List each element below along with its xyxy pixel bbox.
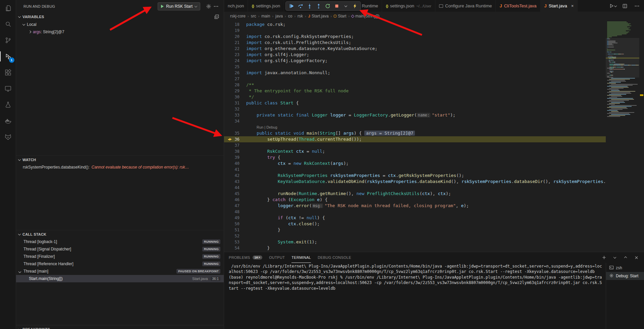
breadcrumb-item-start-java[interactable]: JStart.java xyxy=(308,14,329,18)
hot-code-replace-icon[interactable] xyxy=(351,2,359,10)
line-number[interactable]: 48 xyxy=(224,209,246,215)
overview-ruler[interactable] xyxy=(639,20,644,252)
line-number[interactable]: 43 xyxy=(224,179,246,185)
thread-row-thread-finalizer[interactable]: Thread [Finalizer]RUNNING xyxy=(16,253,224,260)
new-terminal-icon[interactable] xyxy=(601,254,607,261)
variable-args[interactable]: args: String[2]@7 xyxy=(16,28,224,36)
docker-icon[interactable] xyxy=(0,113,16,129)
line-number[interactable]: 51 xyxy=(224,227,246,233)
line-number[interactable]: 23 xyxy=(224,52,246,58)
variables-scope-local[interactable]: Local xyxy=(16,21,224,28)
tab-nch-json[interactable]: nch.json xyxy=(224,0,248,12)
panel-tab-problems[interactable]: PROBLEMS1K+ xyxy=(229,252,262,263)
explorer-icon[interactable] xyxy=(0,0,16,16)
line-number[interactable]: 53 xyxy=(224,239,246,245)
line-number[interactable]: 30 xyxy=(224,94,246,100)
line-number[interactable]: 31 xyxy=(224,100,246,106)
continue-icon[interactable] xyxy=(287,2,296,10)
step-over-icon[interactable] xyxy=(297,2,305,10)
restart-icon[interactable] xyxy=(324,2,332,10)
terminal-item-zsh[interactable]: zsh xyxy=(606,264,644,272)
line-number[interactable]: 39 xyxy=(224,154,246,160)
tab-configure-java-runtime[interactable]: Configure Java Runtime xyxy=(435,0,496,12)
call-stack-header[interactable]: CALL STACK xyxy=(16,230,224,238)
thread-row-thread-logback-1[interactable]: Thread [logback-1]RUNNING xyxy=(16,238,224,245)
line-number[interactable]: 42 xyxy=(224,173,246,179)
tab-settings-json[interactable]: {}settings.json xyxy=(248,0,284,12)
thread-row-thread-signal-dispatcher[interactable]: Thread [Signal Dispatcher]RUNNING xyxy=(16,245,224,253)
testing-icon[interactable] xyxy=(0,97,16,113)
line-number[interactable]: 45 xyxy=(224,191,246,197)
tab-start-java[interactable]: JStart.java× xyxy=(541,0,578,12)
panel-tab-terminal[interactable]: TERMINAL xyxy=(291,252,311,263)
codelens-run-debug[interactable]: Run | Debug xyxy=(246,125,277,129)
step-out-icon[interactable] xyxy=(315,2,323,10)
extensions-icon[interactable] xyxy=(0,64,16,81)
minimap[interactable] xyxy=(606,20,639,252)
breadcrumb-item-src[interactable]: src xyxy=(251,14,256,18)
close-icon[interactable]: × xyxy=(571,4,574,8)
line-number[interactable]: 25 xyxy=(224,64,246,70)
line-number[interactable]: 26 xyxy=(224,70,246,76)
line-number[interactable]: 40 xyxy=(224,160,246,167)
fox-extension-icon[interactable] xyxy=(0,129,16,145)
line-number[interactable]: 19 xyxy=(224,28,246,34)
line-number[interactable]: 54 xyxy=(224,245,246,251)
more-actions-icon[interactable] xyxy=(633,2,641,10)
editor-pane[interactable]: 18package co.rsk;1920import co.rsk.confi… xyxy=(224,20,644,252)
line-number[interactable]: 27 xyxy=(224,76,246,82)
terminal-output[interactable]: /usr/bin/env /Library/Internet\ Plug-Ins… xyxy=(224,263,606,329)
breadcrumb-item-co[interactable]: co xyxy=(288,14,292,18)
terminal-item-debug-start[interactable]: Debug: Start xyxy=(606,272,644,280)
tab-settings-json[interactable]: {}settings.json~/.../User xyxy=(382,0,435,12)
collapse-all-icon[interactable] xyxy=(213,13,220,20)
line-number[interactable]: 22 xyxy=(224,46,246,52)
toolbar-dropdown-chevron-icon[interactable] xyxy=(342,2,350,10)
line-number[interactable]: 34 xyxy=(224,118,246,124)
breadcrumb-item-start[interactable]: Start xyxy=(334,14,346,18)
start-debug-icon[interactable] xyxy=(161,5,164,8)
line-number[interactable]: 36 xyxy=(224,136,246,142)
breakpoints-header[interactable]: BREAKPOINTS xyxy=(16,325,224,329)
source-control-icon[interactable] xyxy=(0,32,16,48)
debug-settings-gear-icon[interactable] xyxy=(205,3,212,10)
more-actions-icon[interactable] xyxy=(212,3,220,10)
line-number[interactable]: 28 xyxy=(224,82,246,88)
thread-row-thread-reference-handler[interactable]: Thread [Reference Handler]RUNNING xyxy=(16,260,224,268)
line-number[interactable] xyxy=(224,124,246,130)
breadcrumb-item-rsk[interactable]: rsk xyxy=(298,14,303,18)
line-number[interactable]: 47 xyxy=(224,203,246,209)
line-number[interactable]: 49 xyxy=(224,215,246,221)
tab-clitoolstest-java[interactable]: JCliToolsTest.java xyxy=(496,0,540,12)
watch-header[interactable]: WATCH xyxy=(16,155,224,163)
remote-explorer-icon[interactable] xyxy=(0,81,16,97)
line-number[interactable]: 37 xyxy=(224,142,246,148)
line-number[interactable]: 20 xyxy=(224,34,246,40)
stack-frame-row[interactable]: Start.main(String[])Start.java36:1 xyxy=(16,275,224,282)
line-number[interactable]: 35 xyxy=(224,130,246,136)
breadcrumb-item-main[interactable]: main xyxy=(261,14,270,18)
maximize-panel-icon[interactable] xyxy=(623,254,629,261)
line-number[interactable]: 18 xyxy=(224,21,246,28)
run-java-icon[interactable] xyxy=(609,2,616,10)
step-into-icon[interactable] xyxy=(306,2,314,10)
search-icon[interactable] xyxy=(0,16,16,32)
line-number[interactable]: 41 xyxy=(224,167,246,173)
minimap-viewport-slider[interactable] xyxy=(606,38,639,78)
line-number[interactable]: 29 xyxy=(224,88,246,94)
breadcrumb-item-rskj-core[interactable]: rskj-core xyxy=(230,14,246,18)
run-and-debug-icon[interactable]: 1 xyxy=(0,48,16,64)
panel-tab-output[interactable]: OUTPUT xyxy=(269,252,285,263)
line-number[interactable]: 38 xyxy=(224,148,246,154)
close-panel-icon[interactable] xyxy=(633,254,639,261)
watch-expression-row[interactable]: rskSystemProperties.databaseKind(): Cann… xyxy=(16,163,224,171)
launch-config-dropdown[interactable]: Run RSK Start xyxy=(158,2,200,10)
line-number[interactable]: 33 xyxy=(224,112,246,118)
line-number[interactable]: 50 xyxy=(224,221,246,227)
breadcrumb-item-main-string[interactable]: main(String[]) xyxy=(352,14,379,18)
line-number[interactable]: 32 xyxy=(224,106,246,112)
variables-header[interactable]: VARIABLES xyxy=(16,13,224,21)
line-number[interactable]: 46 xyxy=(224,197,246,203)
terminal-dropdown-chevron-icon[interactable] xyxy=(612,254,618,261)
line-number[interactable]: 24 xyxy=(224,58,246,64)
